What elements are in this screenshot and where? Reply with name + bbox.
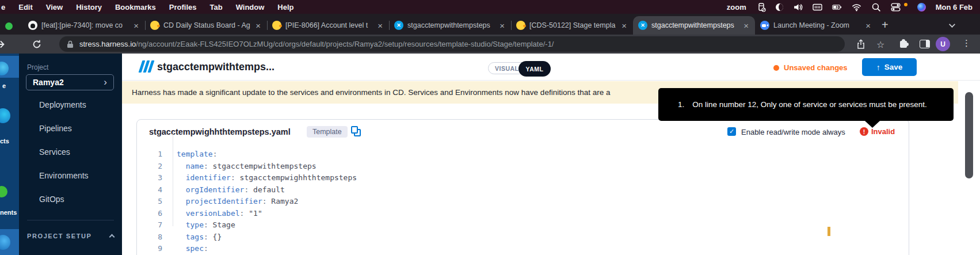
line-content[interactable]: type: Stage	[162, 219, 235, 231]
new-tab-button[interactable]: +	[882, 18, 889, 32]
keyboard-widget-icon[interactable]	[813, 2, 822, 12]
extensions-icon[interactable]	[900, 41, 907, 48]
close-icon[interactable]: ×	[864, 21, 872, 31]
menubar-item-history[interactable]: History	[76, 3, 102, 12]
browser-tab-harness-1[interactable]: ✕ stgacctempwithtempsteps ×	[389, 16, 511, 35]
line-number[interactable]: 7	[137, 219, 162, 231]
menubar-item-edit[interactable]: Edit	[18, 3, 33, 12]
tab-title: Launch Meeting - Zoom	[773, 21, 860, 29]
code-line[interactable]: 6 versionLabel: "1"	[137, 208, 909, 220]
menubar-item-window[interactable]: Window	[236, 3, 265, 12]
browser-tab-cd-status-board[interactable]: CD Daily Status Board - Ag ×	[145, 16, 267, 35]
code-line[interactable]: 9 spec:	[137, 243, 909, 255]
browser-tab-cds-50122[interactable]: [CDS-50122] Stage templa ×	[511, 16, 633, 35]
sidebar-item-services[interactable]: Services	[39, 147, 70, 157]
code-line[interactable]: 7 type: Stage	[137, 219, 909, 231]
line-number[interactable]: 9	[137, 243, 162, 255]
close-icon[interactable]: ×	[254, 21, 262, 31]
line-content[interactable]: name: stgacctempwithtempsteps	[162, 161, 317, 173]
address-bar[interactable]: stress.harness.io /ng/account/zEaak-FLS4…	[59, 36, 845, 52]
line-content[interactable]: versionLabel: "1"	[162, 208, 262, 220]
line-content[interactable]: template:	[162, 149, 217, 161]
sidebar-item-deployments[interactable]: Deployments	[39, 100, 86, 109]
save-button[interactable]: ↑ Save	[862, 58, 917, 76]
read-write-checkbox[interactable]: ✓	[727, 127, 736, 136]
line-number[interactable]: 4	[137, 184, 162, 196]
code-line[interactable]: 8 tags: {}	[137, 231, 909, 243]
bookmark-star-icon[interactable]: ☆	[876, 39, 887, 50]
volume-icon[interactable]	[793, 2, 803, 12]
toggle-visual-button[interactable]: VISUAL	[495, 65, 519, 72]
line-content[interactable]: orgIdentifier: default	[162, 184, 285, 196]
rail-label-fragment: cts	[0, 138, 9, 144]
menubar-item-partial[interactable]: e	[1, 3, 5, 12]
menubar-item-help[interactable]: Help	[277, 3, 293, 12]
harness-icon: ✕	[394, 21, 403, 30]
code-line[interactable]: 4 orgIdentifier: default	[137, 184, 909, 196]
line-content[interactable]: identifier: stgacctempwighhthtempsteps	[162, 172, 357, 184]
line-number[interactable]: 6	[137, 208, 162, 220]
code-line[interactable]: 1template:	[137, 149, 909, 161]
browser-menu-icon[interactable]: ⋮	[962, 38, 971, 48]
close-icon[interactable]: ×	[376, 21, 384, 31]
line-content[interactable]: spec:	[162, 243, 208, 255]
menubar-item-bookmarks[interactable]: Bookmarks	[115, 3, 156, 12]
url-domain: stress.harness.io	[79, 40, 136, 48]
browser-tab-harness-active[interactable]: ✕ stgacctempwithtempsteps ×	[633, 16, 755, 35]
close-icon[interactable]: ×	[742, 21, 750, 31]
line-number[interactable]: 5	[137, 196, 162, 208]
line-number[interactable]: 2	[137, 161, 162, 173]
rail-module-item[interactable]	[0, 229, 19, 255]
window-traffic-light-green[interactable]	[5, 22, 13, 30]
copy-icon[interactable]	[351, 126, 361, 136]
wifi-icon[interactable]	[852, 2, 861, 12]
mic-indicator-dot	[904, 3, 907, 6]
close-icon[interactable]: ×	[132, 21, 140, 31]
app-status-icon[interactable]	[756, 2, 766, 12]
forward-arrow-icon[interactable]	[0, 39, 6, 50]
spotlight-icon[interactable]	[871, 2, 881, 12]
menubar-item-view[interactable]: View	[46, 3, 63, 12]
menubar-clock[interactable]: Mon 6 Feb	[936, 3, 973, 12]
close-icon[interactable]: ×	[498, 21, 506, 31]
toggle-yaml-button[interactable]: YAML	[518, 61, 551, 77]
side-panel-icon[interactable]	[920, 40, 930, 48]
project-setup-section[interactable]: PROJECT SETUP	[27, 233, 114, 239]
siri-icon[interactable]	[917, 3, 926, 12]
line-content[interactable]: projectIdentifier: Ramya2	[162, 196, 298, 208]
editor-warning-marker[interactable]	[828, 227, 830, 236]
browser-tab-pie-8066[interactable]: [PIE-8066] Account level t ×	[267, 16, 389, 35]
crescent-icon[interactable]	[776, 3, 783, 11]
menubar-item-profiles[interactable]: Profiles	[169, 3, 197, 12]
rail-module-selected[interactable]	[0, 56, 19, 78]
browser-tab-github-pr[interactable]: [feat]:[pie-7340]: move co ×	[23, 16, 145, 35]
code-line[interactable]: 2 name: stgacctempwithtempsteps	[137, 161, 909, 173]
share-icon[interactable]	[856, 39, 866, 50]
read-write-label[interactable]: Enable read/write mode always	[741, 128, 845, 136]
reload-icon[interactable]	[32, 39, 42, 50]
line-content[interactable]: tags: {}	[162, 231, 222, 243]
module-icon-green[interactable]	[0, 186, 7, 197]
sidebar-item-gitops[interactable]: GitOps	[39, 195, 64, 204]
page-scrollbar-thumb[interactable]	[965, 92, 973, 178]
invalid-status-badge[interactable]: ! Invalid	[860, 127, 895, 136]
project-selector[interactable]: Ramya2 ›	[26, 74, 114, 90]
browser-tab-zoom[interactable]: Launch Meeting - Zoom ×	[755, 16, 877, 35]
zoom-menu-item[interactable]: zoom	[727, 3, 746, 12]
menubar-item-tab[interactable]: Tab	[209, 3, 222, 12]
rail-label-fragment: nents	[0, 209, 17, 216]
control-center-icon[interactable]	[891, 2, 901, 12]
battery-icon[interactable]	[832, 2, 842, 12]
line-number[interactable]: 8	[137, 231, 162, 243]
line-number[interactable]: 3	[137, 172, 162, 184]
sidebar-item-environments[interactable]: Environments	[39, 171, 89, 180]
line-number[interactable]: 1	[137, 149, 162, 161]
close-icon[interactable]: ×	[620, 21, 628, 31]
profile-avatar[interactable]: U	[936, 37, 950, 51]
code-line[interactable]: 5 projectIdentifier: Ramya2	[137, 196, 909, 208]
sidebar-item-pipelines[interactable]: Pipelines	[39, 124, 72, 133]
tab-search-chevron-icon[interactable]	[949, 21, 955, 28]
code-lines[interactable]: 1template:2 name: stgacctempwithtempstep…	[137, 149, 909, 255]
code-line[interactable]: 3 identifier: stgacctempwighhthtempsteps	[137, 172, 909, 184]
cd-module-icon[interactable]	[0, 108, 10, 123]
